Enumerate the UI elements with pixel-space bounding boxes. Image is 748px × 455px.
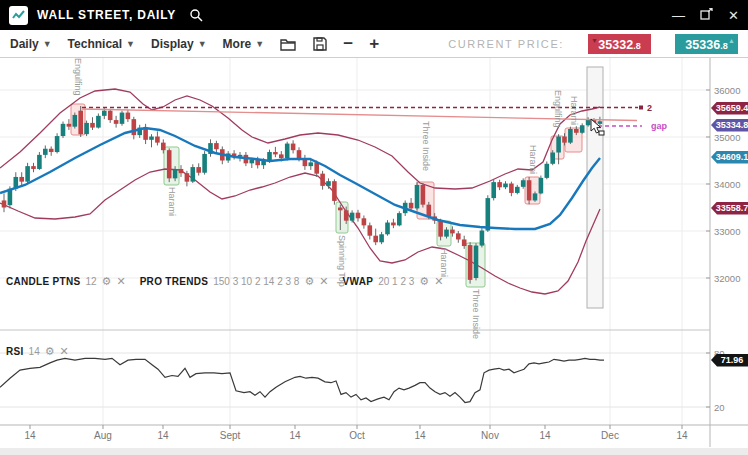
candle[interactable] <box>509 184 514 193</box>
minimize-button[interactable]: — <box>672 9 685 22</box>
candle[interactable] <box>344 210 349 220</box>
close-icon[interactable]: ✕ <box>319 276 328 287</box>
menu-more[interactable]: More▼ <box>223 37 265 51</box>
candle[interactable] <box>421 185 426 205</box>
sell-price-badge[interactable]: ▼ 35332.8 <box>588 34 651 54</box>
candle[interactable] <box>456 233 461 239</box>
candle[interactable] <box>444 230 449 237</box>
candle[interactable] <box>90 123 95 128</box>
candle[interactable] <box>356 213 361 219</box>
candle[interactable] <box>19 177 24 182</box>
pattern-box[interactable] <box>565 128 582 152</box>
candle[interactable] <box>267 152 272 160</box>
candle[interactable] <box>149 137 154 140</box>
gear-icon[interactable]: ⚙ <box>304 276 314 287</box>
popout-icon[interactable] <box>700 8 713 22</box>
candle[interactable] <box>373 236 378 243</box>
candle[interactable] <box>196 167 201 173</box>
candle[interactable] <box>25 166 30 182</box>
candle[interactable] <box>533 193 538 200</box>
gear-icon[interactable]: ⚙ <box>419 276 429 287</box>
candle[interactable] <box>185 173 190 181</box>
candle[interactable] <box>155 137 160 143</box>
candle[interactable] <box>161 143 166 151</box>
candle[interactable] <box>580 125 585 133</box>
candle[interactable] <box>78 111 83 134</box>
chart-area[interactable]: 2gap3600035000340003300032000802014Aug14… <box>0 58 748 455</box>
candle[interactable] <box>385 223 390 235</box>
candle[interactable] <box>521 180 526 187</box>
candle[interactable] <box>55 136 60 152</box>
candle[interactable] <box>173 169 178 178</box>
candle[interactable] <box>468 245 473 280</box>
candle[interactable] <box>49 149 54 152</box>
candle[interactable] <box>102 111 107 116</box>
close-button[interactable]: ✕ <box>728 9 739 22</box>
candle[interactable] <box>438 221 443 237</box>
candle[interactable] <box>562 137 567 143</box>
candle[interactable] <box>120 113 125 124</box>
open-folder-icon[interactable] <box>280 37 297 51</box>
candle[interactable] <box>391 223 396 226</box>
candle[interactable] <box>332 181 337 201</box>
candle[interactable] <box>409 203 414 209</box>
highlight-band[interactable] <box>587 67 603 308</box>
candle[interactable] <box>415 185 420 209</box>
candle[interactable] <box>598 121 603 124</box>
candle[interactable] <box>503 184 508 188</box>
candle[interactable] <box>273 152 278 154</box>
candle[interactable] <box>462 239 467 246</box>
candle[interactable] <box>67 124 72 127</box>
chart-canvas[interactable] <box>0 58 748 455</box>
search-icon[interactable] <box>189 8 203 22</box>
zoom-in-button[interactable]: + <box>369 35 379 52</box>
candle[interactable] <box>568 129 573 143</box>
candle[interactable] <box>250 160 255 164</box>
candle[interactable] <box>350 213 355 221</box>
candle[interactable] <box>73 115 78 127</box>
candle[interactable] <box>397 213 402 225</box>
save-icon[interactable] <box>313 37 327 51</box>
candle[interactable] <box>126 113 131 120</box>
candle[interactable] <box>550 153 555 164</box>
candle[interactable] <box>326 181 331 186</box>
menu-display[interactable]: Display▼ <box>151 37 207 51</box>
candle[interactable] <box>43 149 48 155</box>
candle[interactable] <box>309 162 314 166</box>
candle[interactable] <box>114 120 119 124</box>
candle[interactable] <box>362 218 367 225</box>
candle[interactable] <box>96 116 101 128</box>
candle[interactable] <box>368 225 373 235</box>
candle[interactable] <box>427 205 432 217</box>
candle[interactable] <box>379 234 384 242</box>
candle[interactable] <box>574 129 579 133</box>
candle[interactable] <box>132 119 137 135</box>
candle[interactable] <box>480 231 485 246</box>
candle[interactable] <box>202 154 207 173</box>
candle[interactable] <box>214 143 219 149</box>
candle[interactable] <box>61 124 66 136</box>
candle[interactable] <box>2 200 7 207</box>
candle[interactable] <box>486 198 491 230</box>
candle[interactable] <box>556 137 561 153</box>
close-icon[interactable]: ✕ <box>434 276 443 287</box>
close-icon[interactable]: ✕ <box>116 276 125 287</box>
candle[interactable] <box>84 123 89 134</box>
candle[interactable] <box>191 167 196 182</box>
candle[interactable] <box>497 182 502 187</box>
gear-icon[interactable]: ⚙ <box>45 346 55 357</box>
gear-icon[interactable]: ⚙ <box>102 276 112 287</box>
close-icon[interactable]: ✕ <box>60 346 69 357</box>
candle[interactable] <box>31 166 36 169</box>
candle[interactable] <box>515 187 520 193</box>
candle[interactable] <box>545 164 550 178</box>
candle[interactable] <box>320 174 325 186</box>
candle[interactable] <box>450 230 455 234</box>
candle[interactable] <box>527 180 532 200</box>
zoom-out-button[interactable]: − <box>343 35 353 52</box>
candle[interactable] <box>297 150 302 158</box>
candle[interactable] <box>285 144 290 159</box>
candle[interactable] <box>474 246 479 278</box>
candle[interactable] <box>279 154 284 158</box>
menu-daily[interactable]: Daily▼ <box>10 37 52 51</box>
